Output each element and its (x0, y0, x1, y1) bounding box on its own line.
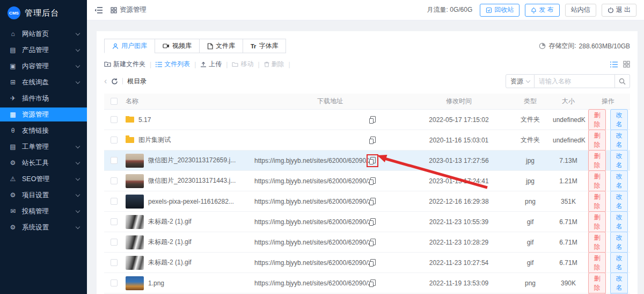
table-row[interactable]: 未标题-2 (1).gifhttps://img.bjyyb.net/sites… (104, 232, 630, 253)
chevron-down-icon (76, 192, 80, 197)
sidebar-item-home[interactable]: ⌂网站首页 (0, 26, 87, 42)
tab-video-library[interactable]: 视频库 (155, 39, 200, 53)
rename-button[interactable]: 改名 (610, 211, 628, 233)
row-checkbox[interactable] (111, 259, 118, 266)
upload-button[interactable]: 上传 (200, 60, 222, 69)
copy-icon[interactable] (369, 177, 376, 185)
file-list-button[interactable]: 文件列表 (156, 60, 190, 69)
row-checkbox[interactable] (111, 137, 118, 144)
sidebar-item-inquiry[interactable]: ⊞在线询盘 (0, 74, 87, 90)
move-button[interactable]: 移动 (232, 60, 253, 69)
delete-button[interactable]: 删除 (588, 170, 606, 192)
back-icon[interactable]: ‹ (104, 77, 107, 85)
copy-icon[interactable] (369, 137, 376, 144)
sidebar-item-friend-links[interactable]: θ友情链接 (0, 123, 87, 139)
file-table: 名称 下载地址 修改时间 类型 大小 操作 5.172022-05-17 17:… (104, 94, 630, 294)
chevron-down-icon (76, 160, 80, 164)
delete-button[interactable]: 删除 (588, 232, 606, 253)
chevron-down-icon (76, 144, 80, 148)
sidebar-item-seo[interactable]: ⚠SEO管理 (0, 171, 87, 187)
tab-file-library[interactable]: 文件库 (199, 39, 243, 53)
rename-button[interactable]: 改名 (610, 232, 628, 253)
sidebar-item-content[interactable]: ▣内容管理 (0, 58, 87, 74)
sidebar-item-project-settings[interactable]: ⚙项目设置 (0, 187, 87, 203)
modified-time: 2022-11-23 10:28:29 (408, 239, 510, 246)
rename-button[interactable]: 改名 (610, 170, 628, 192)
rename-button[interactable]: 改名 (610, 130, 628, 151)
recycle-bin-button[interactable]: 回收站 (480, 4, 519, 17)
row-checkbox[interactable] (111, 177, 118, 184)
rename-button[interactable]: 改名 (610, 191, 628, 212)
table-row[interactable]: 图片集测试2020-11-16 15:03:01文件夹undefinedK删除改… (104, 130, 630, 150)
file-type: gif (510, 259, 551, 267)
storage-space: 存储空间: 288.603MB/10GB (539, 41, 630, 53)
new-folder-button[interactable]: 新建文件夹 (104, 60, 145, 69)
table-row[interactable]: 1.pnghttps://img.bjyyb.net/sites/62000/6… (104, 273, 630, 293)
file-size: 6.71M (551, 239, 586, 246)
sidebar-item-system-settings[interactable]: ⚙系统设置 (0, 219, 87, 235)
copy-icon[interactable] (369, 279, 376, 287)
copy-icon[interactable] (369, 116, 376, 124)
refresh-icon[interactable] (111, 78, 118, 85)
sidebar-item-submissions[interactable]: ✉投稿管理 (0, 203, 87, 219)
delete-button[interactable]: 删除 (588, 150, 606, 171)
publish-button[interactable]: 发 布 (525, 4, 559, 17)
file-size: 1.21M (551, 177, 586, 185)
delete-button[interactable]: 删除 (588, 191, 606, 212)
site-mail-button[interactable]: 站内信 (565, 4, 596, 17)
recycle-bin-icon (486, 7, 492, 13)
table-row[interactable]: pexels-pixa-pexel-11616282...https://img… (104, 191, 630, 212)
table-row[interactable]: 未标题-2 (1).gifhttps://img.bjyyb.net/sites… (104, 253, 630, 273)
sidebar-item-plugin-market[interactable]: ✈插件市场 (0, 90, 87, 106)
sidebar-item-work-orders[interactable]: ▤工单管理 (0, 139, 87, 155)
copy-icon[interactable] (369, 259, 376, 267)
row-checkbox[interactable] (111, 198, 118, 205)
system-settings-icon: ⚙ (9, 224, 17, 231)
table-row[interactable]: 微信图片_20230113172659.j...https://img.bjyy… (104, 150, 630, 171)
file-thumbnail (126, 256, 144, 270)
delete-selected-button[interactable]: 删除 (264, 60, 284, 69)
sidebar-item-label: 投稿管理 (22, 207, 49, 216)
file-type: jpg (510, 177, 551, 185)
sidebar-item-products[interactable]: ▤产品管理 (0, 42, 87, 58)
rename-button[interactable]: 改名 (610, 273, 628, 294)
rename-button[interactable]: 改名 (610, 150, 628, 171)
copy-icon[interactable] (369, 157, 376, 164)
list-view-icon[interactable] (610, 61, 618, 68)
divider (122, 78, 123, 84)
file-size: undefinedK (551, 116, 586, 124)
search-button[interactable] (615, 74, 630, 88)
tab-user-gallery[interactable]: 用户图库 (104, 39, 155, 53)
grid-view-icon[interactable] (623, 61, 630, 68)
breadcrumb-root[interactable]: 根目录 (127, 77, 147, 86)
sidebar-item-resources[interactable]: ▦资源管理 (0, 107, 87, 121)
table-row[interactable]: 5.172022-05-17 17:15:02文件夹undefinedK删除改名 (104, 110, 630, 130)
copy-icon[interactable] (369, 198, 376, 205)
row-checkbox[interactable] (111, 157, 118, 164)
table-row[interactable]: 未标题-2 (1).gifhttps://img.bjyyb.net/sites… (104, 212, 630, 232)
work-orders-icon: ▤ (9, 143, 17, 150)
sidebar-item-webmaster-tools[interactable]: ⚙站长工具 (0, 155, 87, 171)
table-row[interactable]: 微信图片_20230113171443.j...https://img.bjyy… (104, 171, 630, 191)
row-checkbox[interactable] (111, 239, 118, 246)
select-all-checkbox[interactable] (111, 98, 118, 105)
logout-button[interactable]: 退 出 (602, 4, 636, 17)
delete-button[interactable]: 删除 (588, 252, 606, 274)
font-icon: Tr (251, 43, 256, 49)
tab-font-library[interactable]: Tr字体库 (243, 39, 286, 53)
delete-button[interactable]: 删除 (588, 130, 606, 151)
rename-button[interactable]: 改名 (610, 109, 628, 131)
search-input[interactable] (535, 74, 615, 88)
delete-button[interactable]: 删除 (588, 273, 606, 294)
search-category-select[interactable]: 资源 (506, 74, 535, 88)
row-checkbox[interactable] (111, 218, 118, 225)
row-checkbox[interactable] (111, 116, 118, 123)
delete-button[interactable]: 删除 (588, 211, 606, 233)
row-checkbox[interactable] (111, 279, 118, 286)
rename-button[interactable]: 改名 (610, 252, 628, 274)
copy-icon[interactable] (369, 239, 376, 246)
file-thumbnail (126, 154, 144, 168)
copy-icon[interactable] (369, 218, 376, 226)
collapse-menu-icon[interactable] (94, 6, 103, 14)
delete-button[interactable]: 删除 (588, 109, 606, 131)
